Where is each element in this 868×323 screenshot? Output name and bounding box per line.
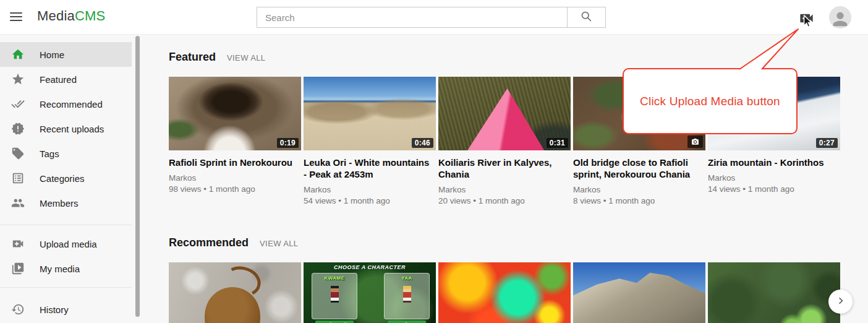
video-title[interactable]: Old bridge close to Rafioli sprint, Nero…: [573, 157, 702, 180]
featured-view-all-link[interactable]: VIEW ALL: [227, 53, 265, 62]
video-card: 0:19Rafioli Sprint in NerokourouMarkos98…: [169, 77, 301, 207]
game-select-button: Select: [388, 321, 426, 323]
members-icon: [11, 196, 25, 210]
video-thumbnail-green-leaves[interactable]: [708, 262, 840, 323]
game-selected-button: Selected: [315, 321, 354, 323]
video-thumbnail-character-select-game[interactable]: CHOOSE A CHARACTERKWAMEYAASelectedSelect: [304, 262, 436, 323]
game-character-sprite: [403, 286, 411, 303]
game-title-text: CHOOSE A CHARACTER: [304, 264, 436, 270]
video-thumbnail-rocky-mountain[interactable]: [573, 262, 705, 323]
recommended-section: Recommended VIEW ALL CHOOSE A CHARACTERK…: [169, 236, 868, 323]
video-meta: 8 views • 1 month ago: [573, 196, 705, 207]
sidebar-item-history[interactable]: History: [0, 297, 132, 322]
sidebar-item-label: My media: [40, 264, 80, 274]
sidebar-item-label: Members: [40, 198, 79, 209]
upload-media-icon: [11, 237, 25, 251]
game-character-name: KWAME: [312, 275, 357, 281]
video-author[interactable]: Markos: [169, 173, 301, 184]
recommended-video-row: CHOOSE A CHARACTERKWAMEYAASelectedSelect: [169, 262, 868, 323]
sidebar-item-label: History: [40, 304, 69, 315]
sidebar-item-recent-uploads[interactable]: Recent uploads: [0, 116, 132, 141]
video-title[interactable]: Leuka Ori - White mountains - Peak at 24…: [304, 157, 432, 180]
video-thumbnail-kayak-river[interactable]: 0:31: [438, 77, 571, 150]
game-character-sprite: [331, 286, 339, 303]
sidebar-item-label: Featured: [40, 74, 77, 85]
video-card: CHOOSE A CHARACTERKWAMEYAASelectedSelect: [304, 262, 436, 323]
search-icon: [580, 10, 593, 25]
duration-badge: 0:19: [277, 138, 299, 148]
logo-media: Media: [37, 8, 75, 24]
video-card: [573, 262, 705, 323]
sidebar-item-label: Tags: [40, 149, 59, 159]
sidebar: HomeFeaturedRecommendedRecent uploadsTag…: [0, 35, 141, 323]
game-character-panel-left: KWAME: [312, 273, 357, 319]
duration-badge: 0:31: [547, 138, 568, 148]
home-icon: [11, 48, 25, 61]
video-author[interactable]: Markos: [708, 173, 840, 184]
search-bar: [257, 7, 606, 28]
double-check-icon: [11, 97, 25, 111]
video-thumbnail-pumpkin-craft[interactable]: [169, 262, 301, 323]
game-character-panel-right: YAA: [384, 273, 430, 319]
video-author[interactable]: Markos: [304, 184, 436, 196]
menu-icon[interactable]: [10, 11, 23, 24]
logo-cms: CMS: [75, 8, 106, 24]
sidebar-item-tags[interactable]: Tags: [0, 141, 132, 166]
video-thumbnail-waterfall-stone-arch[interactable]: 0:19: [169, 77, 301, 150]
search-input[interactable]: [257, 7, 567, 28]
recommended-view-all-link[interactable]: VIEW ALL: [260, 239, 298, 248]
mediacms-app: MediaCMS HomeFeaturedRecommendedRecent u…: [0, 0, 868, 323]
annotation-callout: Click Upload Media button: [623, 68, 798, 134]
sidebar-item-members[interactable]: Members: [0, 191, 132, 215]
recommended-section-header: Recommended VIEW ALL: [169, 236, 868, 249]
game-character-name: YAA: [385, 275, 429, 281]
mouse-cursor: [801, 15, 815, 30]
sidebar-item-label: Upload media: [40, 239, 97, 249]
video-card: 0:46Leuka Ori - White mountains - Peak a…: [304, 77, 436, 207]
sidebar-scrollbar[interactable]: [135, 36, 140, 317]
sidebar-item-categories[interactable]: Categories: [0, 166, 132, 191]
video-meta: 20 views • 1 month ago: [438, 196, 571, 207]
annotation-callout-text: Click Upload Media button: [640, 95, 780, 108]
duration-badge: 0:46: [412, 138, 433, 148]
featured-section-title: Featured: [169, 51, 216, 64]
sidebar-item-featured[interactable]: Featured: [0, 67, 132, 92]
recommended-section-title: Recommended: [169, 236, 249, 249]
video-thumbnail-desert-mountains[interactable]: 0:46: [304, 77, 436, 150]
video-title[interactable]: Rafioli Sprint in Nerokourou: [169, 157, 297, 168]
app-logo[interactable]: MediaCMS: [37, 8, 105, 24]
camera-icon: [687, 136, 703, 148]
video-meta: 14 views • 1 month ago: [708, 184, 840, 195]
categories-icon: [11, 171, 25, 185]
video-card: 0:31Koiliaris River in Kalyves, ChaniaMa…: [438, 77, 571, 207]
annotation-pointer-arrow: [730, 24, 810, 75]
video-card: [169, 262, 301, 323]
sidebar-item-label: Categories: [40, 173, 85, 184]
sidebar-item-my-media[interactable]: My media: [0, 256, 132, 281]
new-releases-icon: [11, 122, 25, 136]
sidebar-item-label: Recommended: [40, 99, 103, 110]
sidebar-item-home[interactable]: Home: [0, 42, 132, 67]
tag-icon: [11, 147, 25, 160]
history-icon: [11, 303, 25, 316]
search-button[interactable]: [567, 7, 606, 28]
sidebar-item-label: Recent uploads: [40, 124, 104, 134]
sidebar-item-label: Home: [40, 50, 64, 60]
duration-badge: 0:27: [816, 138, 838, 148]
star-icon: [11, 72, 25, 86]
sidebar-item-upload-media[interactable]: Upload media: [0, 231, 132, 256]
video-meta: 98 views • 1 month ago: [169, 184, 301, 195]
video-author[interactable]: Markos: [438, 184, 571, 196]
next-page-button[interactable]: [828, 290, 853, 314]
video-title[interactable]: Koiliaris River in Kalyves, Chania: [438, 157, 567, 180]
avatar-icon[interactable]: [829, 6, 851, 28]
sidebar-item-recommended[interactable]: Recommended: [0, 92, 132, 116]
video-thumbnail-abstract-colors[interactable]: [438, 262, 571, 323]
video-card: [708, 262, 840, 323]
video-title[interactable]: Ziria mountain - Korinthos: [708, 157, 836, 168]
chevron-right-icon: [834, 294, 848, 310]
video-meta: 54 views • 1 month ago: [304, 196, 436, 207]
video-card: [438, 262, 571, 323]
sidebar-divider: [0, 287, 132, 288]
video-author[interactable]: Markos: [573, 184, 705, 196]
